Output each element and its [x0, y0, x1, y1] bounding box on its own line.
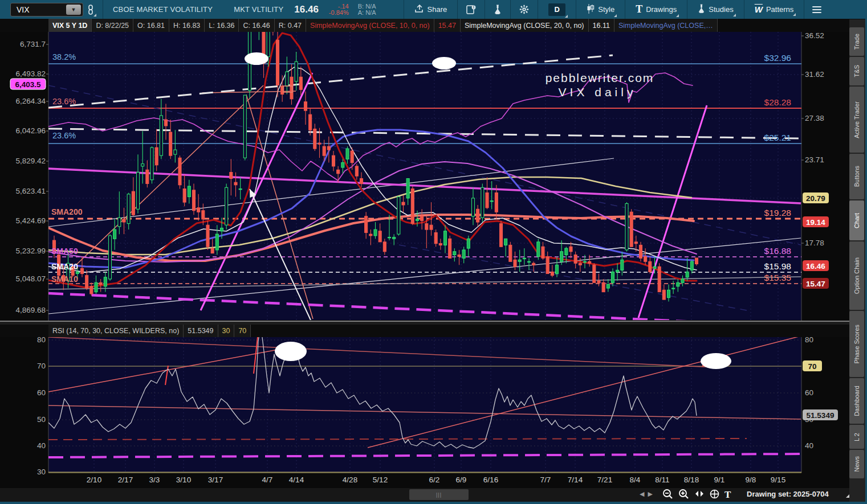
highlight-ellipse	[432, 57, 456, 69]
svg-text:$25.21: $25.21	[764, 133, 791, 142]
text-tool-icon[interactable]: T	[724, 489, 731, 501]
candle-style-icon	[587, 4, 595, 15]
exchange-label: MKT VLTILITY	[234, 5, 283, 14]
last-price: 16.46	[294, 4, 319, 15]
studies-button[interactable]: Studies	[698, 4, 733, 15]
sidebar-tab-trade[interactable]: Trade	[849, 27, 864, 56]
tos-window: pebblewriter.comVIX daily38.2%23.6%23.6%…	[0, 0, 867, 504]
scroll-arrows[interactable]: ◀▶	[640, 490, 656, 498]
svg-text:3/17: 3/17	[208, 476, 223, 484]
sidebar-tab-label: Phase Scores	[853, 325, 860, 363]
svg-text:20.79: 20.79	[806, 194, 825, 203]
pane-splitter[interactable]	[0, 321, 850, 325]
svg-text:6/2: 6/2	[429, 476, 440, 484]
svg-text:70: 70	[37, 362, 46, 370]
svg-text:2/10: 2/10	[87, 476, 101, 484]
svg-text:36.52: 36.52	[805, 31, 824, 40]
time-scrollbar[interactable]: ||| ◀▶ T Drawing set: 2025-0704	[0, 488, 867, 502]
svg-text:6,042.96: 6,042.96	[15, 126, 46, 135]
svg-text:27.38: 27.38	[805, 114, 824, 122]
link-icon[interactable]	[87, 5, 94, 15]
rsi-header-cell: RSI (14, 70, 30, CLOSE, WILDERS, no)	[48, 325, 184, 337]
drawing-set-label[interactable]: Drawing set: 2025-0704	[747, 490, 829, 498]
sidebar-tab-label: News	[853, 456, 860, 472]
chart-header-cell: L: 16.36	[205, 19, 239, 32]
rsi-header: RSI (14, 70, 30, CLOSE, WILDERS, no)51.5…	[0, 325, 850, 337]
svg-text:$32.96: $32.96	[764, 53, 791, 63]
svg-text:9/15: 9/15	[771, 476, 785, 484]
chart-canvas[interactable]: pebblewriter.comVIX daily38.2%23.6%23.6%…	[0, 0, 867, 504]
style-button[interactable]: Style	[587, 4, 614, 15]
svg-text:60: 60	[37, 388, 46, 397]
patterns-button[interactable]: W Patterns	[755, 5, 794, 14]
svg-text:15.47: 15.47	[806, 280, 825, 288]
sidebar-tab-chart[interactable]: Chart	[849, 200, 864, 240]
sidebar-tab-news[interactable]: News	[849, 450, 864, 478]
svg-text:19.14: 19.14	[806, 218, 825, 227]
chart-header-cell: 16.11	[589, 19, 614, 32]
svg-text:pebblewriter.com: pebblewriter.com	[546, 71, 654, 84]
sidebar-tab-label: Option Chain	[853, 257, 860, 294]
drawings-button[interactable]: T Drawings	[636, 3, 677, 15]
sidebar-tab-dashboard[interactable]: Dashboard	[849, 378, 864, 424]
timeframe-button[interactable]: D	[548, 3, 565, 16]
svg-text:5,829.42: 5,829.42	[15, 157, 46, 165]
chart-header-cell: 15.47	[434, 19, 461, 32]
svg-text:3/3: 3/3	[149, 476, 160, 484]
svg-text:23.71: 23.71	[805, 155, 824, 164]
svg-text:4,869.68: 4,869.68	[15, 306, 46, 314]
svg-text:70: 70	[808, 362, 816, 371]
svg-text:3/10: 3/10	[176, 476, 191, 484]
symbol-dropdown-button[interactable]: ▼	[66, 5, 81, 15]
sidebar-tab-label: Chart	[853, 213, 860, 228]
svg-text:40: 40	[37, 441, 46, 450]
rsi-header-cell: 30	[218, 325, 235, 337]
patterns-icon: W	[755, 5, 763, 14]
chart-header: VIX 5 Y 1DD: 8/22/25O: 16.81H: 16.83L: 1…	[0, 19, 867, 32]
svg-text:51.5349: 51.5349	[807, 411, 835, 420]
svg-text:8/4: 8/4	[630, 476, 641, 484]
sidebar-tab-phase-scores[interactable]: Phase Scores	[849, 311, 864, 377]
svg-text:6,731.7: 6,731.7	[20, 40, 46, 48]
top-toolbar: VIX ▼ CBOE MARKET VOLATILITY MKT VLTILIT…	[0, 0, 867, 19]
svg-text:$15.35: $15.35	[764, 273, 791, 282]
svg-text:16.46: 16.46	[806, 262, 825, 271]
svg-text:4/7: 4/7	[262, 476, 273, 484]
symbol-input[interactable]: VIX ▼	[10, 3, 83, 17]
svg-text:5,048.07: 5,048.07	[15, 274, 46, 283]
sidebar-tab-option-chain[interactable]: Option Chain	[849, 241, 864, 310]
pan-icon[interactable]	[710, 489, 719, 501]
svg-text:SMA50: SMA50	[51, 247, 78, 256]
sidebar-tab-active-trader[interactable]: Active Trader	[849, 87, 864, 153]
bid-ask: B: N/AA: N/A	[358, 3, 376, 16]
svg-text:6/9: 6/9	[456, 476, 467, 484]
menu-icon[interactable]	[812, 6, 821, 13]
rsi-plot-area[interactable]	[48, 337, 801, 473]
sidebar-tab-label: L 2	[853, 433, 860, 441]
svg-text:60: 60	[805, 388, 813, 397]
flask-icon[interactable]	[494, 5, 502, 14]
sidebar-tab-l-2[interactable]: L 2	[849, 425, 864, 449]
share-button[interactable]: Share	[414, 5, 447, 15]
svg-text:$28.28: $28.28	[764, 97, 791, 107]
svg-text:8/18: 8/18	[684, 476, 699, 484]
gear-icon[interactable]	[519, 5, 529, 14]
sidebar-tab-t-s[interactable]: T&S	[849, 57, 864, 85]
svg-text:SMA20: SMA20	[51, 262, 78, 271]
notes-icon[interactable]: i	[466, 5, 476, 14]
svg-text:5,232.99: 5,232.99	[15, 247, 46, 255]
zoom-out-icon[interactable]	[662, 489, 673, 502]
svg-text:$15.98: $15.98	[764, 261, 791, 271]
rsi-highlight-ellipse	[701, 353, 731, 369]
sidebar-tab-label: Active Trader	[853, 101, 860, 138]
chart-header-cell: SimpleMovingAvg (CLOSE,…	[614, 19, 718, 32]
chart-header-cell: O: 16.81	[133, 19, 169, 32]
drawings-icon: T	[636, 3, 642, 15]
zoom-in-icon[interactable]	[678, 489, 689, 502]
chart-header-cell: R: 0.47	[275, 19, 306, 32]
sidebar-tab-buttons[interactable]: Buttons	[849, 154, 864, 199]
h-expand-icon[interactable]	[694, 490, 705, 500]
svg-text:5,424.69: 5,424.69	[15, 216, 46, 225]
svg-text:5/12: 5/12	[373, 476, 388, 484]
scrollbar-thumb[interactable]: |||	[409, 489, 469, 500]
